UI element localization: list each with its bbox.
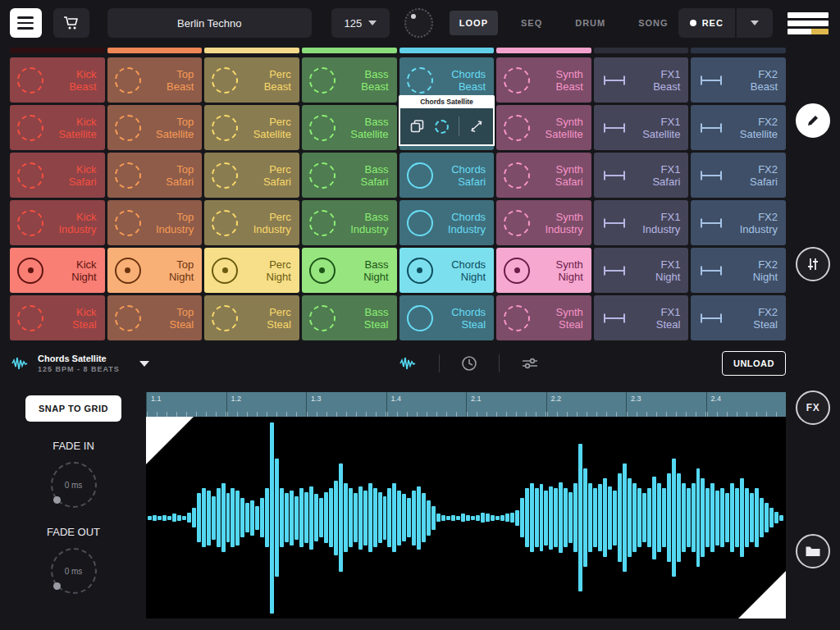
pad-synth-safari[interactable]: SynthSafari (496, 153, 591, 198)
pad-bass-satellite[interactable]: BassSatellite (302, 105, 397, 150)
edit-button[interactable] (796, 103, 830, 138)
pad-kick-steal[interactable]: KickSteal (10, 295, 105, 340)
pad-chords-night[interactable]: ChordsNight (399, 248, 495, 293)
store-button[interactable] (53, 8, 89, 38)
pad-label: KickSafari (43, 163, 97, 188)
mixer-button[interactable] (796, 247, 830, 281)
pad-chords-industry[interactable]: ChordsIndustry (399, 200, 495, 245)
menu-button[interactable] (10, 8, 42, 38)
sample-loaded-icon (407, 162, 433, 189)
fx-button[interactable]: FX (796, 390, 830, 425)
bpm-control[interactable]: 125 (331, 8, 390, 38)
empty-loop-icon (17, 305, 43, 331)
fade-out-knob[interactable]: 0 ms (51, 548, 97, 594)
pad-synth-night[interactable]: SynthNight (496, 248, 591, 293)
ruler-label-1.1: 1.1 (146, 392, 226, 417)
unload-button[interactable]: UNLOAD (722, 351, 786, 376)
pad-fx2-night[interactable]: FX2Night (691, 248, 786, 293)
pad-kick-satellite[interactable]: KickSatellite (10, 105, 105, 150)
pad-perc-satellite[interactable]: PercSatellite (204, 105, 299, 150)
pad-label: BassIndustry (336, 211, 389, 235)
empty-loop-icon (504, 67, 530, 94)
knob-indicator (53, 582, 61, 590)
waveform-display[interactable] (146, 417, 786, 619)
pad-top-industry[interactable]: TopIndustry (107, 200, 203, 245)
pad-top-night[interactable]: TopNight (107, 248, 203, 293)
empty-loop-icon (115, 305, 141, 331)
fx-fader-icon (601, 115, 628, 141)
unlink-icon[interactable] (470, 120, 483, 133)
timeline-ruler[interactable]: 1.11.21.31.42.12.22.32.4 (146, 392, 786, 417)
pad-label: KickSteal (43, 306, 97, 331)
pad-fx1-steal[interactable]: FX1Steal (594, 295, 689, 340)
pad-fx2-beast[interactable]: FX2Beast (691, 57, 786, 103)
pad-perc-safari[interactable]: PercSafari (204, 153, 299, 198)
pad-chords-steal[interactable]: ChordsSteal (399, 295, 495, 340)
pad-perc-night[interactable]: PercNight (204, 248, 299, 293)
fx-fader-icon (698, 210, 724, 236)
sample-selector[interactable]: Chords Satellite 125 BPM - 8 BEATS (10, 354, 215, 373)
pad-chords-safari[interactable]: ChordsSafari (399, 153, 495, 198)
pad-synth-industry[interactable]: SynthIndustry (496, 200, 591, 245)
copy-icon[interactable] (410, 120, 424, 134)
pad-label: TopSteal (141, 306, 194, 331)
fade-in-handle[interactable] (146, 417, 194, 464)
settings-tab[interactable] (521, 356, 539, 371)
sample-playing-icon (115, 258, 141, 284)
fx-fader-icon (601, 67, 628, 94)
pad-kick-beast[interactable]: KickBeast (10, 57, 105, 103)
fade-out-handle[interactable] (738, 571, 786, 619)
pad-fx1-satellite[interactable]: FX1Satellite (594, 105, 689, 150)
fx-fader-icon (601, 162, 628, 189)
pad-kick-industry[interactable]: KickIndustry (10, 200, 105, 245)
tab-seq[interactable]: SEQ (511, 11, 552, 35)
pad-label: BassSatellite (336, 116, 389, 140)
pad-fx1-night[interactable]: FX1Night (594, 248, 689, 293)
pad-top-steal[interactable]: TopSteal (107, 295, 203, 340)
rec-button[interactable]: REC (678, 8, 735, 38)
pad-label: TopIndustry (141, 211, 194, 235)
pad-bass-safari[interactable]: BassSafari (302, 153, 397, 198)
loop-mode-icon[interactable] (435, 120, 449, 134)
pad-fx1-beast[interactable]: FX1Beast (594, 57, 689, 103)
pad-bass-steal[interactable]: BassSteal (302, 295, 397, 340)
project-title[interactable]: Berlin Techno (107, 8, 312, 38)
pad-fx1-safari[interactable]: FX1Safari (594, 153, 689, 198)
fx-fader-icon (601, 258, 628, 284)
pad-synth-satellite[interactable]: SynthSatellite (496, 105, 591, 150)
pad-kick-safari[interactable]: KickSafari (10, 153, 105, 198)
empty-loop-icon (17, 67, 43, 94)
pad-perc-beast[interactable]: PercBeast (204, 57, 299, 103)
pad-synth-beast[interactable]: SynthBeast (496, 57, 591, 103)
tab-drum[interactable]: DRUM (565, 11, 615, 35)
empty-loop-icon (504, 115, 530, 141)
pad-fx2-steal[interactable]: FX2Steal (691, 295, 786, 340)
pad-fx2-safari[interactable]: FX2Safari (691, 153, 786, 198)
pad-fx2-satellite[interactable]: FX2Satellite (691, 105, 786, 150)
empty-loop-icon (115, 162, 141, 189)
sample-name: Chords Satellite (38, 354, 120, 363)
pad-fx1-industry[interactable]: FX1Industry (594, 200, 689, 245)
pad-bass-industry[interactable]: BassIndustry (302, 200, 397, 245)
pad-perc-steal[interactable]: PercSteal (204, 295, 299, 340)
pad-bass-beast[interactable]: BassBeast (302, 57, 397, 103)
pad-bass-night[interactable]: BassNight (302, 248, 397, 293)
pad-top-satellite[interactable]: TopSatellite (107, 105, 203, 150)
pad-label: BassBeast (336, 68, 389, 93)
tab-song[interactable]: SONG (628, 11, 678, 35)
tab-loop[interactable]: LOOP (450, 11, 498, 35)
timing-tab[interactable] (461, 355, 477, 372)
pad-top-beast[interactable]: TopBeast (107, 57, 203, 103)
fade-in-knob[interactable]: 0 ms (51, 462, 97, 508)
pad-kick-night[interactable]: KickNight (10, 248, 105, 293)
edit-wave-tab[interactable] (398, 356, 418, 371)
pad-top-safari[interactable]: TopSafari (107, 153, 203, 198)
library-button[interactable] (796, 534, 830, 568)
pad-fx2-industry[interactable]: FX2Industry (691, 200, 786, 245)
pad-perc-industry[interactable]: PercIndustry (204, 200, 299, 245)
pad-label: TopSafari (141, 163, 194, 188)
metronome-knob[interactable] (404, 8, 433, 38)
snap-to-grid-button[interactable]: SNAP TO GRID (25, 395, 121, 422)
pad-synth-steal[interactable]: SynthSteal (496, 295, 591, 340)
rec-options-button[interactable] (737, 8, 773, 38)
